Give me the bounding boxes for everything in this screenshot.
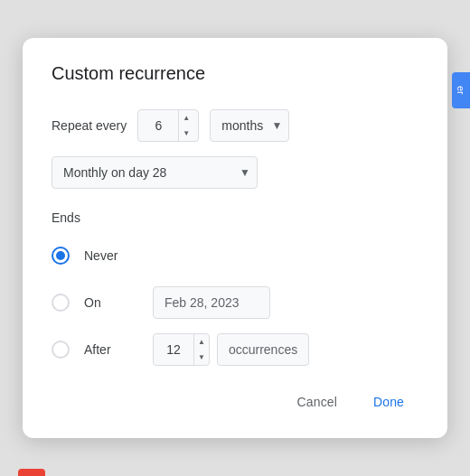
never-label[interactable]: Never — [84, 248, 138, 263]
monthly-select[interactable]: Monthly on day 28 Monthly on the fourth … — [52, 156, 258, 189]
monthly-option-wrapper: Monthly on day 28 Monthly on the fourth … — [52, 156, 418, 189]
occurrences-label: occurrences — [217, 333, 309, 366]
repeat-increment-button[interactable]: ▲ — [179, 110, 193, 126]
frequency-select-wrapper: days weeks months years ▼ — [210, 109, 289, 142]
after-label[interactable]: After — [84, 342, 138, 357]
repeat-value-wrapper: ▲ ▼ — [137, 109, 199, 142]
dialog-actions: Cancel Done — [52, 380, 418, 416]
occurrences-input-wrapper: ▲ ▼ — [153, 333, 210, 366]
on-label[interactable]: On — [84, 295, 138, 310]
on-row: On Feb 28, 2023 — [52, 286, 418, 319]
never-radio[interactable] — [52, 247, 70, 265]
blue-tab: er — [452, 72, 470, 108]
repeat-spinner: ▲ ▼ — [178, 110, 193, 141]
ends-section: Ends Never On Feb 28, 2023 After — [52, 210, 418, 366]
after-row: After ▲ ▼ occurrences — [52, 333, 418, 366]
repeat-value-input[interactable] — [138, 118, 178, 133]
occurrences-input[interactable] — [154, 342, 193, 357]
dialog-title: Custom recurrence — [52, 63, 418, 84]
ends-label: Ends — [52, 210, 418, 225]
done-button[interactable]: Done — [359, 387, 418, 416]
repeat-every-row: Repeat every ▲ ▼ days weeks months years… — [52, 109, 418, 142]
on-date-input[interactable]: Feb 28, 2023 — [153, 286, 270, 319]
red-bar-decoration — [18, 469, 45, 476]
repeat-every-label: Repeat every — [52, 118, 127, 133]
on-radio[interactable] — [52, 294, 70, 312]
overlay: er Custom recurrence Repeat every ▲ ▼ da… — [0, 0, 470, 476]
cancel-button[interactable]: Cancel — [283, 387, 352, 416]
custom-recurrence-dialog: Custom recurrence Repeat every ▲ ▼ days … — [23, 38, 447, 438]
monthly-select-container: Monthly on day 28 Monthly on the fourth … — [52, 156, 258, 189]
after-radio[interactable] — [52, 341, 70, 359]
on-date-value: Feb 28, 2023 — [164, 295, 240, 310]
never-row: Never — [52, 239, 418, 272]
occurrences-increment-button[interactable]: ▲ — [194, 334, 209, 350]
frequency-select[interactable]: days weeks months years — [210, 109, 289, 142]
after-content: ▲ ▼ occurrences — [153, 333, 309, 366]
occurrences-decrement-button[interactable]: ▼ — [194, 350, 209, 365]
occurrences-spinner: ▲ ▼ — [193, 334, 209, 365]
repeat-decrement-button[interactable]: ▼ — [179, 126, 193, 141]
